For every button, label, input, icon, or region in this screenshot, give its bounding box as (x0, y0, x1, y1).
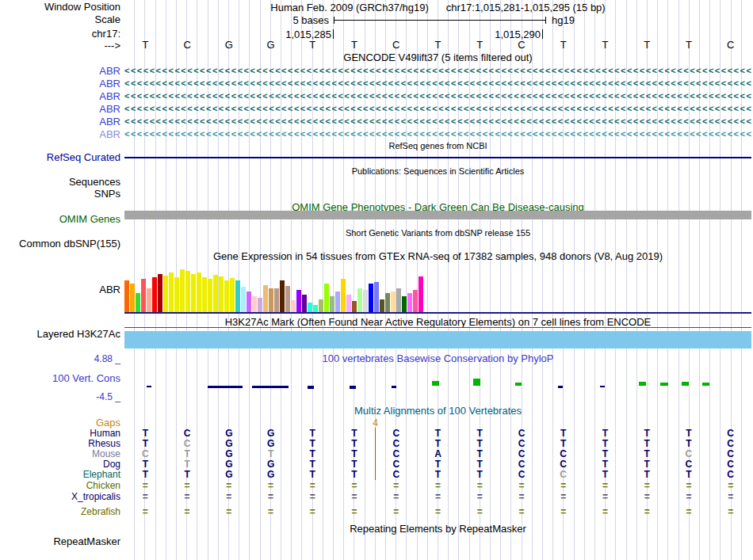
transcript-direction-arrows[interactable]: <<<<<<<<<<<<<<<<<<<<<<<<<<<<<<<<<<<<<<<<… (124, 128, 752, 140)
gtex-tissue-bar[interactable] (197, 272, 201, 312)
gtex-tissue-bar[interactable] (296, 290, 301, 312)
sequences-track-label[interactable]: Sequences (0, 177, 120, 188)
gtex-tissue-bar[interactable] (407, 293, 412, 312)
gtex-tissue-bar[interactable] (308, 303, 312, 312)
h3k27ac-top-line (124, 327, 751, 328)
transcript-direction-arrows[interactable]: <<<<<<<<<<<<<<<<<<<<<<<<<<<<<<<<<<<<<<<<… (124, 65, 752, 77)
gtex-tissue-bar[interactable] (147, 288, 151, 312)
gtex-tissue-bar[interactable] (235, 280, 240, 312)
gtex-tissue-bar[interactable] (357, 288, 362, 312)
gtex-tissue-bar[interactable] (136, 293, 140, 312)
gtex-tissue-bar[interactable] (274, 288, 279, 312)
gencode-item-label[interactable]: ABR (0, 128, 120, 140)
gtex-tissue-bar[interactable] (191, 274, 196, 312)
gtex-tissue-bar[interactable] (208, 279, 212, 312)
gencode-item-label[interactable]: ABR (0, 78, 120, 90)
gencode-transcript-row[interactable]: ABR<<<<<<<<<<<<<<<<<<<<<<<<<<<<<<<<<<<<<… (0, 65, 753, 77)
h3k27ac-signal-block[interactable] (124, 331, 751, 349)
snps-track-label[interactable]: SNPs (0, 189, 120, 200)
gtex-tissue-bar[interactable] (163, 276, 168, 312)
gtex-tissue-bar[interactable] (124, 280, 129, 312)
gencode-transcript-row[interactable]: ABR<<<<<<<<<<<<<<<<<<<<<<<<<<<<<<<<<<<<<… (0, 90, 753, 102)
gtex-tissue-bar[interactable] (230, 278, 235, 312)
gencode-transcript-row[interactable]: ABR<<<<<<<<<<<<<<<<<<<<<<<<<<<<<<<<<<<<<… (0, 78, 753, 90)
phylop-wiggle[interactable] (124, 364, 751, 401)
gtex-tissue-bar[interactable] (202, 277, 207, 312)
gencode-transcript-row[interactable]: ABR<<<<<<<<<<<<<<<<<<<<<<<<<<<<<<<<<<<<<… (0, 128, 753, 140)
gtex-tissue-bar[interactable] (224, 280, 229, 312)
refseq-curated-label[interactable]: RefSeq Curated (0, 152, 120, 163)
gtex-tissue-bar[interactable] (385, 293, 390, 312)
gtex-tissue-bar[interactable] (169, 272, 174, 312)
gtex-tissue-bar[interactable] (302, 295, 307, 312)
species-label[interactable]: Chicken (0, 481, 120, 491)
gtex-tissue-bar[interactable] (369, 284, 373, 312)
gtex-tissue-bar[interactable] (252, 296, 257, 312)
gencode-item-label[interactable]: ABR (0, 90, 120, 102)
gtex-tissue-bar[interactable] (335, 291, 340, 312)
gtex-gene-label[interactable]: ABR (0, 284, 120, 295)
species-label[interactable]: Elephant (0, 470, 120, 480)
gtex-tissue-bar[interactable] (324, 284, 329, 312)
dbsnp-title: Short Genetic Variants from dbSNP releas… (124, 227, 751, 238)
alignment-base: = (626, 492, 668, 502)
gtex-tissue-bar[interactable] (269, 288, 273, 312)
gencode-transcript-row[interactable]: ABR<<<<<<<<<<<<<<<<<<<<<<<<<<<<<<<<<<<<<… (0, 116, 753, 128)
alignment-base: = (668, 492, 710, 502)
gtex-tissue-bar[interactable] (174, 277, 179, 312)
species-label[interactable]: X_tropicalis (0, 492, 120, 502)
gtex-tissue-bar[interactable] (280, 280, 285, 312)
assembly-title: Human Feb. 2009 (GRCh37/hg19) (270, 2, 428, 13)
gtex-tissue-bar[interactable] (413, 290, 418, 312)
gtex-tissue-bar[interactable] (258, 298, 262, 312)
dbsnp-track-label[interactable]: Common dbSNP(155) (0, 238, 120, 250)
transcript-direction-arrows[interactable]: <<<<<<<<<<<<<<<<<<<<<<<<<<<<<<<<<<<<<<<<… (124, 103, 752, 115)
transcript-direction-arrows[interactable]: <<<<<<<<<<<<<<<<<<<<<<<<<<<<<<<<<<<<<<<<… (124, 78, 752, 90)
gencode-transcript-row[interactable]: ABR<<<<<<<<<<<<<<<<<<<<<<<<<<<<<<<<<<<<<… (0, 103, 753, 115)
transcript-direction-arrows[interactable]: <<<<<<<<<<<<<<<<<<<<<<<<<<<<<<<<<<<<<<<<… (124, 116, 752, 128)
gtex-tissue-bar[interactable] (291, 300, 296, 312)
h3k27ac-track-label[interactable]: Layered H3K27Ac (0, 329, 120, 340)
gtex-tissue-bar[interactable] (313, 305, 318, 312)
gtex-tissue-bar[interactable] (346, 295, 351, 312)
refseq-gene-line[interactable] (124, 157, 751, 158)
gencode-item-label[interactable]: ABR (0, 116, 120, 128)
gtex-tissue-bar[interactable] (380, 299, 384, 312)
gtex-tissue-bar[interactable] (158, 274, 162, 312)
gtex-tissue-bar[interactable] (396, 288, 401, 312)
gtex-tissue-bar[interactable] (130, 284, 135, 312)
omim-gene-bar[interactable] (124, 211, 751, 219)
gtex-bars[interactable] (124, 268, 751, 312)
gencode-item-label[interactable]: ABR (0, 65, 120, 77)
gtex-tissue-bar[interactable] (363, 290, 368, 312)
gtex-tissue-bar[interactable] (219, 276, 224, 312)
gtex-tissue-bar[interactable] (419, 276, 423, 312)
multiz-row-chicken[interactable]: Chicken=============== (0, 481, 753, 491)
gtex-tissue-bar[interactable] (185, 271, 190, 312)
gtex-tissue-bar[interactable] (330, 296, 334, 312)
gencode-item-label[interactable]: ABR (0, 103, 120, 115)
multiz-row-zebrafish[interactable]: Zebrafish=============== (0, 507, 753, 517)
phylop-track-label[interactable]: 100 Vert. Cons (0, 373, 120, 384)
gtex-tissue-bar[interactable] (180, 269, 185, 312)
gtex-tissue-bar[interactable] (391, 291, 396, 312)
gaps-row-label[interactable]: Gaps (0, 417, 120, 429)
transcript-direction-arrows[interactable]: <<<<<<<<<<<<<<<<<<<<<<<<<<<<<<<<<<<<<<<<… (124, 90, 752, 102)
gtex-tissue-bar[interactable] (141, 279, 146, 312)
gtex-tissue-bar[interactable] (213, 275, 218, 312)
gtex-tissue-bar[interactable] (374, 282, 379, 312)
repeatmasker-track-label[interactable]: RepeatMasker (0, 536, 120, 547)
omim-genes-label[interactable]: OMIM Genes (0, 214, 120, 225)
gtex-tissue-bar[interactable] (247, 291, 251, 312)
gtex-tissue-bar[interactable] (319, 299, 323, 312)
multiz-row-x_tropicalis[interactable]: X_tropicalis=============== (0, 492, 753, 502)
gtex-tissue-bar[interactable] (241, 287, 246, 312)
species-label[interactable]: Zebrafish (0, 507, 120, 517)
gtex-tissue-bar[interactable] (402, 296, 407, 312)
gtex-tissue-bar[interactable] (263, 285, 268, 312)
gtex-tissue-bar[interactable] (341, 279, 346, 312)
multiz-row-elephant[interactable]: ElephantTTGGTTCTTCCTTTC (0, 470, 753, 480)
gtex-tissue-bar[interactable] (285, 286, 290, 312)
gtex-tissue-bar[interactable] (352, 301, 357, 312)
gtex-tissue-bar[interactable] (152, 277, 157, 312)
